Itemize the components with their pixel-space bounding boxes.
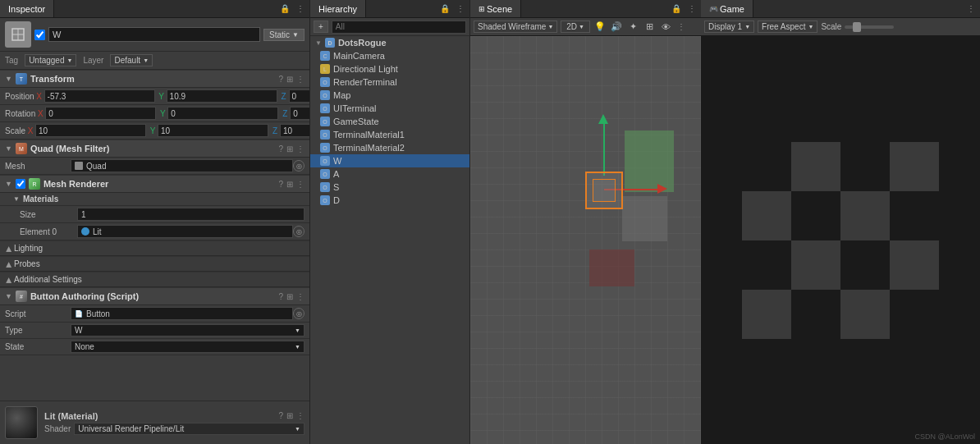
scale-slider-thumb[interactable] [853,22,861,32]
hierarchy-item-renderterminal[interactable]: O RenderTerminal [310,76,469,89]
scene-toolbar: Shaded Wireframe 2D 💡 🔊 ✦ ⊞ 👁 ⋮ [470,18,701,36]
hierarchy-lock-icon[interactable]: 🔒 [438,2,451,15]
hierarchy-item-s[interactable]: O S [310,181,469,194]
scene-canvas[interactable] [470,36,701,444]
hierarchy-item-dirlight[interactable]: L Directional Light [310,62,469,76]
layer-dropdown[interactable]: Default [110,54,153,66]
scene-panel-more-icon[interactable]: ⋮ [675,21,687,33]
mesh-filter-menu-icon[interactable]: ⋮ [296,144,305,153]
transform-section-header[interactable]: ▼ T Transform ? ⊞ ⋮ [0,70,309,88]
material-menu-icon[interactable]: ⋮ [296,411,305,420]
mesh-filter-section-header[interactable]: ▼ M Quad (Mesh Filter) ? ⊞ ⋮ [0,140,309,158]
mesh-select-btn[interactable]: ◎ [293,160,305,172]
materials-subsection[interactable]: ▼ Materials [0,193,309,206]
additional-settings-section[interactable]: ▶ Additional Settings [0,272,309,287]
mesh-renderer-settings-icon[interactable]: ⊞ [286,180,293,189]
material-help-icon[interactable]: ? [278,411,283,420]
button-script-section-icons: ? ⊞ ⋮ [278,292,305,301]
transform-settings-icon[interactable]: ⊞ [286,75,293,84]
rotation-z-input[interactable] [290,107,310,120]
maincamera-icon: C [320,51,330,61]
mesh-renderer-checkbox[interactable] [16,179,25,189]
button-script-icon: # [16,291,27,302]
hierarchy-add-button[interactable]: + [314,21,328,33]
maincamera-label: MainCamera [333,51,385,61]
mesh-renderer-help-icon[interactable]: ? [278,180,283,189]
scene-lock-icon[interactable]: 🔒 [670,2,683,15]
hierarchy-item-terminalmaterial1[interactable]: O TerminalMaterial1 [310,128,469,141]
button-script-section-header[interactable]: ▼ # Button Authoring (Script) ? ⊞ ⋮ [0,287,309,305]
transform-menu-icon[interactable]: ⋮ [296,75,305,84]
material-settings-icon[interactable]: ⊞ [286,411,293,420]
state-dropdown[interactable]: None ▼ [71,341,305,353]
lighting-toggle-icon[interactable]: 💡 [593,21,607,34]
shader-dropdown[interactable]: Universal Render Pipeline/Lit [74,423,305,435]
position-z-input[interactable] [289,89,310,103]
scale-control: Scale [821,22,894,31]
scale-y-input[interactable] [158,124,268,137]
mesh-renderer-section-header[interactable]: ▼ R Mesh Renderer ? ⊞ ⋮ [0,175,309,193]
hierarchy-search-input[interactable] [332,21,466,34]
object-name-field[interactable] [48,27,260,42]
hierarchy-item-map[interactable]: O Map [310,89,469,102]
mesh-filter-help-icon[interactable]: ? [278,144,283,153]
mesh-renderer-menu-icon[interactable]: ⋮ [296,180,305,189]
type-row: Type W ▼ [0,323,309,339]
hierarchy-toolbar: + [310,18,469,36]
2d-mode-btn[interactable]: 2D [561,21,590,33]
object-active-checkbox[interactable] [34,30,45,40]
lock-icon[interactable]: 🔒 [278,2,291,15]
button-script-help-icon[interactable]: ? [278,292,283,301]
transform-section-icons: ? ⊞ ⋮ [278,75,305,84]
probes-section[interactable]: ▶ Probes [0,256,309,272]
transform-help-icon[interactable]: ? [278,75,283,84]
scale-slider-track[interactable] [845,25,894,29]
aspect-dropdown[interactable]: Free Aspect [758,21,817,33]
hierarchy-item-maincamera[interactable]: C MainCamera [310,49,469,62]
scale-z-input[interactable] [280,124,310,137]
static-dropdown[interactable]: Static [263,29,305,41]
rotation-x-input[interactable] [45,107,156,120]
scene-tab[interactable]: ⊞ Scene [470,0,521,17]
audio-toggle-icon[interactable]: 🔊 [610,21,623,34]
rotation-y-input[interactable] [167,107,278,120]
more-icon[interactable]: ⋮ [295,2,306,15]
hierarchy-item-gamestate[interactable]: O GameState [310,115,469,128]
button-script-menu-icon[interactable]: ⋮ [296,292,305,301]
rot-z-letter: Z [280,109,290,118]
type-dropdown[interactable]: W ▼ [71,324,305,336]
tag-dropdown[interactable]: Untagged [25,54,76,66]
game-tab-bar: 🎮 Game ⋮ [701,0,980,18]
hierarchy-item-w[interactable]: O W [310,154,469,167]
script-select-btn[interactable]: ◎ [293,308,305,319]
hierarchy-item-uiterminal[interactable]: O UITerminal [310,102,469,115]
2d-label: 2D [566,22,577,31]
scene-more-icon[interactable]: ⋮ [686,2,698,15]
position-z-field: Z [279,89,310,103]
position-y-input[interactable] [167,89,277,103]
mesh-filter-settings-icon[interactable]: ⊞ [286,144,293,153]
hierarchy-root-item[interactable]: ▼ D DotsRogue [310,36,469,49]
selected-quad-object[interactable] [585,172,623,209]
hierarchy-more-icon[interactable]: ⋮ [455,2,466,15]
render-mode-dropdown[interactable]: Shaded Wireframe [474,21,557,33]
display-dropdown[interactable]: Display 1 [704,21,754,33]
inspector-tab[interactable]: Inspector [0,0,54,17]
fx-toggle-icon[interactable]: ✦ [626,21,639,34]
scale-x-input[interactable] [35,124,146,137]
scene-gizmos-icon[interactable]: ⊞ [643,21,656,34]
mesh-label: Mesh [5,162,71,171]
element0-row: Element 0 Lit ◎ [0,223,309,240]
button-script-settings-icon[interactable]: ⊞ [286,292,293,301]
lighting-section[interactable]: ▶ Lighting [0,240,309,256]
hierarchy-item-terminalmaterial2[interactable]: O TerminalMaterial2 [310,141,469,154]
renderterminal-label: RenderTerminal [333,77,397,87]
game-tab[interactable]: 🎮 Game [701,0,753,17]
game-more-icon[interactable]: ⋮ [965,2,977,15]
hierarchy-item-d[interactable]: O D [310,194,469,207]
scene-hidden-icon[interactable]: 👁 [659,21,672,34]
position-x-input[interactable] [44,89,155,103]
hierarchy-tab[interactable]: Hierarchy [310,0,366,17]
element0-select-btn[interactable]: ◎ [293,226,305,237]
hierarchy-item-a[interactable]: O A [310,167,469,181]
